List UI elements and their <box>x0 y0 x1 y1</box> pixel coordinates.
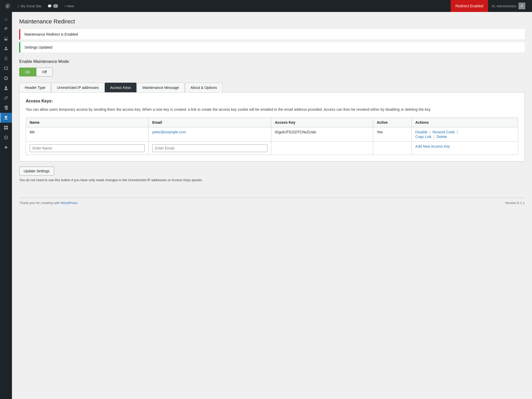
row-access-key: tGguhJT5J1DTCNxZUslo <box>271 127 373 142</box>
sidebar-icon-posts[interactable] <box>0 24 12 34</box>
access-keys-table: Name Email Access Key Active Actions Me … <box>26 117 518 155</box>
actions-line1: Disable | Resend Code | <box>415 130 514 134</box>
update-settings-note: You do not need to use this button if yo… <box>19 178 525 182</box>
admin-bar: ⌂ My Great Site 💬 0 + New Redirect Enabl… <box>0 0 532 12</box>
adminbar-items: ⌂ My Great Site 💬 0 + New <box>14 0 451 12</box>
add-new-cell: Add New Access Key <box>412 142 518 155</box>
access-keys-card: Access Keys: You can allow users tempora… <box>19 92 525 161</box>
tab-access-keys[interactable]: Access Keys <box>105 83 136 92</box>
redirect-enabled-label: Redirect Enabled <box>455 4 483 8</box>
access-keys-desc: You can allow users temporary access by … <box>26 107 518 112</box>
footer-credit: Thank you for creating with WordPress. <box>19 201 78 205</box>
toggle-off-button[interactable]: Off <box>36 68 53 76</box>
row-name: Me <box>26 127 149 142</box>
enter-email-input[interactable] <box>152 144 267 152</box>
enter-name-input[interactable] <box>30 144 145 152</box>
disable-link[interactable]: Disable <box>415 130 428 134</box>
main-content: Maintenance Redirect Maintenance Redirec… <box>12 12 532 399</box>
wordpress-link[interactable]: WordPress <box>61 201 77 205</box>
user-label: Hi, Administrator <box>492 4 516 8</box>
sidebar-icon-dashboard[interactable]: ⌂ <box>0 14 12 24</box>
add-key-row: Add New Access Key <box>26 142 518 155</box>
footer-version: Version 6.1.1 <box>505 201 525 205</box>
tab-unrestricted-ip[interactable]: Unrestricted IP addresses <box>51 83 104 92</box>
tab-maintenance-message[interactable]: Maintenance Message <box>137 83 185 92</box>
sidebar-icon-settings[interactable] <box>0 103 12 113</box>
home-icon: ⌂ <box>17 4 19 8</box>
table-row: Me peter@example.com tGguhJT5J1DTCNxZUsl… <box>26 127 518 142</box>
footer-period: . <box>77 201 78 205</box>
tabs-row: Header Type Unrestricted IP addresses Ac… <box>19 83 525 92</box>
success-notice: Settings Updated <box>19 42 525 53</box>
maintenance-mode-toggle: On Off <box>19 68 525 76</box>
col-email: Email <box>148 118 271 127</box>
error-notice: Maintenance Redirect is Enabled <box>19 29 525 40</box>
col-access-key: Access Key <box>271 118 373 127</box>
adminbar-user[interactable]: Hi, Administrator A <box>488 0 529 12</box>
row-actions: Disable | Resend Code | Copy Link | Dele… <box>412 127 518 142</box>
sidebar-icon-woo[interactable] <box>0 133 12 142</box>
col-active: Active <box>373 118 411 127</box>
sidebar-icon-plugins[interactable] <box>0 44 12 54</box>
error-notice-text: Maintenance Redirect is Enabled <box>24 32 78 36</box>
sidebar-icon-media[interactable] <box>0 34 12 44</box>
sidebar-icon-appearance[interactable] <box>0 73 12 83</box>
sidebar-icon-play[interactable] <box>0 142 12 152</box>
update-settings-button[interactable]: Update Settings <box>19 167 54 175</box>
adminbar-right: Redirect Enabled Hi, Administrator A <box>451 0 529 12</box>
empty-active-cell <box>373 142 411 155</box>
email-input-cell <box>148 142 271 155</box>
sidebar-icon-comments[interactable] <box>0 63 12 73</box>
col-name: Name <box>26 118 149 127</box>
name-input-cell <box>26 142 149 155</box>
page-title: Maintenance Redirect <box>19 18 525 25</box>
col-actions: Actions <box>412 118 518 127</box>
redirect-enabled-button[interactable]: Redirect Enabled <box>451 0 488 12</box>
sidebar-icon-users[interactable] <box>0 83 12 93</box>
resend-code-link[interactable]: Resend Code <box>432 130 455 134</box>
footer-thank-you-text: Thank you for creating with <box>19 201 61 205</box>
sidebar-icon-maintenance[interactable] <box>0 113 12 123</box>
sidebar: ⌂ <box>0 12 12 399</box>
sidebar-icon-tools[interactable] <box>0 93 12 103</box>
empty-key-cell <box>271 142 373 155</box>
delete-link[interactable]: Delete <box>437 135 447 139</box>
tab-about-options[interactable]: About & Options <box>185 83 222 92</box>
success-notice-text: Settings Updated <box>24 45 52 49</box>
row-active: Yes <box>373 127 411 142</box>
user-avatar: A <box>518 3 525 9</box>
email-link[interactable]: peter@example.com <box>152 130 186 134</box>
site-name: My Great Site <box>21 4 41 8</box>
toggle-on-button[interactable]: On <box>19 68 36 76</box>
row-email: peter@example.com <box>148 127 271 142</box>
adminbar-new[interactable]: + New <box>61 0 77 12</box>
actions-line2: Copy Link | Delete <box>415 135 514 139</box>
comments-count: 0 <box>53 4 58 8</box>
sidebar-icon-blocks[interactable] <box>0 123 12 133</box>
sidebar-icon-pages[interactable] <box>0 54 12 63</box>
copy-link[interactable]: Copy Link <box>415 135 431 139</box>
access-keys-title: Access Keys: <box>26 99 518 103</box>
maintenance-mode-label: Enable Maintenance Mode: <box>19 59 525 64</box>
adminbar-site[interactable]: ⌂ My Great Site <box>14 0 44 12</box>
wp-logo[interactable] <box>3 1 12 11</box>
adminbar-comments[interactable]: 💬 0 <box>44 0 61 12</box>
add-new-access-key-link[interactable]: Add New Access Key <box>415 144 450 148</box>
tab-header-type[interactable]: Header Type <box>19 83 51 92</box>
update-settings-section: Update Settings You do not need to use t… <box>19 167 525 182</box>
footer: Thank you for creating with WordPress. V… <box>19 198 525 208</box>
comments-icon: 💬 <box>48 4 52 8</box>
new-label: + New <box>64 4 74 8</box>
